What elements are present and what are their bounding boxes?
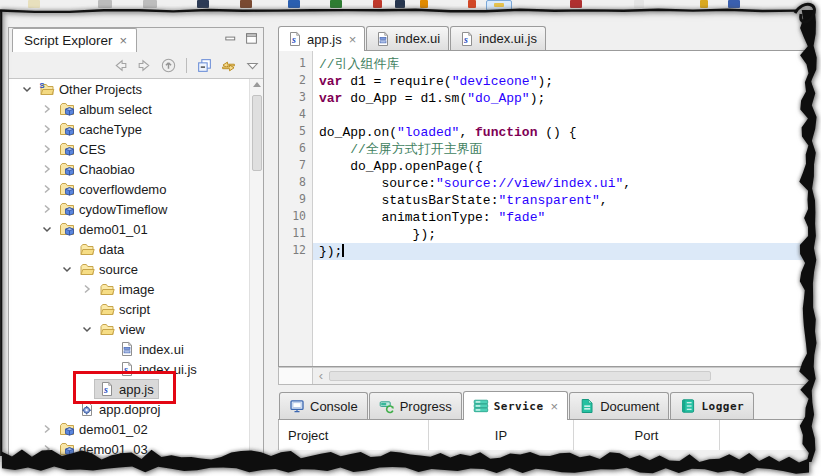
tree-item-coverflowdemo[interactable]: coverflowdemo <box>9 179 263 199</box>
link-with-editor-icon[interactable] <box>220 57 237 74</box>
tree-item-content[interactable]: coverflowdemo <box>55 180 170 198</box>
toolbar-icon-fragment <box>143 0 157 8</box>
code-line-8[interactable]: source:"source://view/index.ui", <box>313 175 811 192</box>
chevron-right-icon[interactable] <box>79 281 95 297</box>
close-icon[interactable]: × <box>120 33 128 48</box>
chevron-right-icon[interactable] <box>39 101 55 117</box>
column-header-project[interactable]: Project <box>279 420 429 450</box>
back-icon[interactable] <box>112 57 129 74</box>
code-line-11[interactable]: }); <box>313 226 811 243</box>
chevron-down-icon[interactable] <box>39 221 55 237</box>
scroll-thumb[interactable] <box>252 95 262 171</box>
chevron-down-icon[interactable] <box>79 321 95 337</box>
chevron-right-icon[interactable] <box>39 421 55 437</box>
tree-item-demo01-01[interactable]: demo01_01 <box>9 219 263 239</box>
tree-item-content[interactable]: Chaobiao <box>55 160 139 178</box>
tree-item-source[interactable]: source <box>9 259 263 279</box>
tree-item-content[interactable]: album select <box>55 100 156 118</box>
bottom-tab-logger[interactable]: Logger <box>670 392 754 419</box>
code-area[interactable]: //引入组件库var d1 = require("deviceone");var… <box>313 51 811 366</box>
tree-item-ces[interactable]: CES <box>9 139 263 159</box>
chevron-right-icon[interactable] <box>39 201 55 217</box>
code-line-7[interactable]: do_App.openPage({ <box>313 158 811 175</box>
maximize-icon[interactable] <box>244 31 259 44</box>
tree-item-content[interactable]: cydowTimeflow <box>55 200 171 218</box>
code-line-2[interactable]: var d1 = require("deviceone"); <box>313 73 811 90</box>
chevron-down-icon[interactable] <box>19 81 35 97</box>
tree-item-album-select[interactable]: album select <box>9 99 263 119</box>
column-header-empty[interactable] <box>720 420 811 450</box>
tree-item-script[interactable]: script <box>9 299 263 319</box>
tree-item-view[interactable]: view <box>9 319 263 339</box>
tree-item-data[interactable]: data <box>9 239 263 259</box>
toolbar-icon-fragment <box>634 0 644 8</box>
editor-panel: sapp.js×index.uisindex.ui.js 12345678910… <box>278 25 812 385</box>
code-line-10[interactable]: animationType: "fade" <box>313 209 811 226</box>
tree-item-image[interactable]: image <box>9 279 263 299</box>
editor-tab-app-js[interactable]: sapp.js× <box>278 26 365 51</box>
bottom-tab-service[interactable]: Service× <box>463 391 568 420</box>
tree-item-chaobiao[interactable]: Chaobiao <box>9 159 263 179</box>
tree-item-cachetype[interactable]: cacheType <box>9 119 263 139</box>
scroll-up-icon[interactable] <box>253 82 261 87</box>
up-icon[interactable] <box>160 57 177 74</box>
code-line-4[interactable] <box>313 107 811 124</box>
tree-item-demo01-03[interactable]: demo01_03 <box>9 439 263 455</box>
tree-item-content[interactable]: CES <box>55 140 110 158</box>
tree-item-other-projects[interactable]: SOther Projects <box>9 79 263 99</box>
code-line-6[interactable]: //全屏方式打开主界面 <box>313 141 811 158</box>
code-line-3[interactable]: var do_App = d1.sm("do_App"); <box>313 90 811 107</box>
forward-icon[interactable] <box>136 57 153 74</box>
tree-item-content[interactable]: data <box>75 240 128 258</box>
code-editor[interactable]: 123456789101112 //引入组件库var d1 = require(… <box>278 51 812 367</box>
code-line-9[interactable]: statusBarState:"transparent", <box>313 192 811 209</box>
code-segment: , <box>459 125 475 140</box>
column-header-port[interactable]: Port <box>574 420 720 450</box>
view-menu-icon[interactable] <box>244 57 261 74</box>
tree-scrollbar[interactable] <box>249 79 263 455</box>
tree-item-content[interactable]: cacheType <box>55 120 146 138</box>
tree-item-content[interactable]: view <box>95 320 149 338</box>
editor-tab-index-ui-js[interactable]: sindex.ui.js <box>450 26 546 50</box>
tree-item-content[interactable]: index.ui <box>115 340 188 358</box>
chevron-down-icon[interactable] <box>59 261 75 277</box>
project-icon <box>59 201 75 217</box>
chevron-right-icon[interactable] <box>39 121 55 137</box>
tab-script-explorer[interactable]: Script Explorer × <box>12 28 137 52</box>
tree-item-content[interactable]: demo01_02 <box>55 420 152 438</box>
editor-tab-index-ui[interactable]: index.ui <box>366 26 449 50</box>
close-icon[interactable]: × <box>349 32 357 47</box>
collapse-all-icon[interactable] <box>196 57 213 74</box>
column-header-ip[interactable]: IP <box>429 420 574 450</box>
close-icon[interactable]: × <box>551 399 559 414</box>
tree-item-content[interactable]: SOther Projects <box>35 80 146 98</box>
chevron-right-icon[interactable] <box>39 441 55 455</box>
minimize-icon[interactable] <box>223 31 238 44</box>
editor-horizontal-scrollbar[interactable]: ‹ <box>278 367 812 385</box>
scroll-thumb[interactable] <box>329 371 711 381</box>
code-segment: ); <box>537 74 553 89</box>
bottom-tab-document[interactable]: Document <box>569 392 669 419</box>
tree-item-demo01-02[interactable]: demo01_02 <box>9 419 263 439</box>
code-line-5[interactable]: do_App.on("loaded", function () { <box>313 124 811 141</box>
editor-tab-bar: sapp.js×index.uisindex.ui.js <box>278 25 812 51</box>
scroll-left-icon[interactable]: ‹ <box>313 368 329 384</box>
chevron-right-icon[interactable] <box>39 141 55 157</box>
tree-item-content[interactable]: source <box>75 260 142 278</box>
code-line-12[interactable]: }); <box>313 243 811 260</box>
bottom-tab-progress[interactable]: Progress <box>369 392 462 419</box>
chevron-right-icon[interactable] <box>39 181 55 197</box>
tree-item-content[interactable]: demo01_01 <box>55 220 152 238</box>
bottom-tab-console[interactable]: Console <box>279 392 368 419</box>
tree-item-content[interactable]: image <box>95 280 158 298</box>
tree-item-content[interactable]: script <box>95 300 154 318</box>
tree-item-cydowtimeflow[interactable]: cydowTimeflow <box>9 199 263 219</box>
tree-item-index-ui[interactable]: index.ui <box>9 339 263 359</box>
script-explorer-title: Script Explorer <box>24 33 113 48</box>
chevron-right-icon[interactable] <box>39 161 55 177</box>
code-line-1[interactable]: //引入组件库 <box>313 56 811 73</box>
toolbar-icon-fragment <box>468 0 476 8</box>
toolbar-icon-fragment <box>28 0 40 8</box>
line-number: 10 <box>279 209 312 226</box>
tree-item-content[interactable]: demo01_03 <box>55 440 152 455</box>
